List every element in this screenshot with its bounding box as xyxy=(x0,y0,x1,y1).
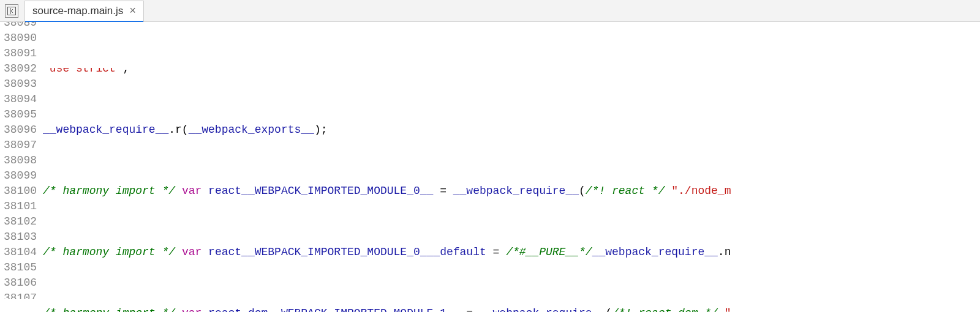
panel-toggle-button[interactable] xyxy=(5,4,18,18)
close-icon[interactable]: × xyxy=(129,6,136,17)
code-line: /* harmony import */ var react_dom__WEBP… xyxy=(43,306,980,312)
code-line: /* harmony import */ var react__WEBPACK_… xyxy=(43,184,980,199)
line-number-gutter: 3808938090380913809238093380943809538096… xyxy=(0,22,43,312)
code-line: /* harmony import */ var react__WEBPACK_… xyxy=(43,245,980,260)
code-line: 'use strict'; xyxy=(43,68,980,76)
tab-source-map[interactable]: source-map.main.js × xyxy=(24,1,144,21)
panel-left-icon xyxy=(7,7,16,15)
tab-title: source-map.main.js xyxy=(32,5,123,17)
code-content[interactable]: 'use strict'; __webpack_require__.r(__we… xyxy=(43,22,980,312)
code-editor[interactable]: 3808938090380913809238093380943809538096… xyxy=(0,22,980,312)
svg-rect-0 xyxy=(8,7,16,15)
tab-bar: source-map.main.js × xyxy=(0,0,980,22)
code-line: __webpack_require__.r(__webpack_exports_… xyxy=(43,122,980,138)
